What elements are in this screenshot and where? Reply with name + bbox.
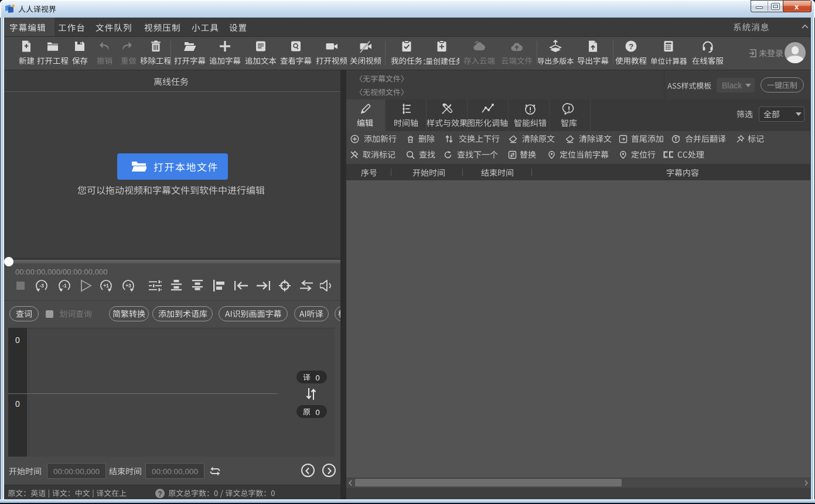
- svg-text:-3: -3: [39, 283, 44, 289]
- svg-text:+1: +1: [103, 283, 109, 289]
- svg-text:?: ?: [629, 42, 633, 51]
- svg-text:-1: -1: [62, 283, 67, 289]
- svg-text:+3: +3: [125, 283, 131, 289]
